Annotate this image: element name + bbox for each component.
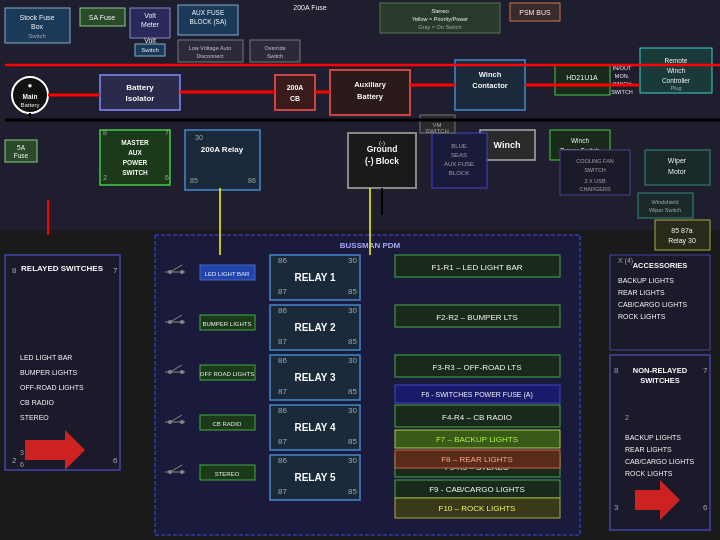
- svg-text:8: 8: [614, 366, 619, 375]
- svg-point-218: [168, 320, 172, 324]
- svg-text:Winch: Winch: [667, 67, 685, 74]
- svg-text:Controller: Controller: [662, 77, 691, 84]
- svg-text:86: 86: [278, 456, 287, 465]
- svg-text:8: 8: [103, 129, 107, 136]
- svg-text:POWER: POWER: [123, 159, 148, 166]
- svg-text:86: 86: [278, 256, 287, 265]
- svg-text:F7 – BACKUP LIGHTS: F7 – BACKUP LIGHTS: [436, 435, 518, 444]
- svg-text:AUX FUSE: AUX FUSE: [192, 9, 225, 16]
- svg-text:2: 2: [625, 414, 629, 421]
- svg-text:NON-RELAYED: NON-RELAYED: [633, 366, 688, 375]
- svg-text:BLOCK (SA): BLOCK (SA): [190, 18, 227, 26]
- svg-point-215: [180, 270, 184, 274]
- svg-text:RELAY 4: RELAY 4: [294, 422, 336, 433]
- svg-text:RELAY 2: RELAY 2: [294, 322, 336, 333]
- svg-point-227: [180, 420, 184, 424]
- svg-text:86: 86: [278, 406, 287, 415]
- svg-text:STEREO: STEREO: [215, 471, 240, 477]
- svg-rect-100: [655, 220, 710, 250]
- svg-text:Stereo: Stereo: [431, 8, 449, 14]
- svg-text:30: 30: [348, 456, 357, 465]
- svg-text:(-) Block: (-) Block: [365, 156, 399, 166]
- svg-text:MON.: MON.: [615, 73, 630, 79]
- svg-text:Remote: Remote: [665, 57, 688, 64]
- svg-text:Auxiliary: Auxiliary: [354, 80, 387, 89]
- svg-text:85: 85: [348, 287, 357, 296]
- svg-text:CHARGERS: CHARGERS: [579, 186, 611, 192]
- svg-text:Winch: Winch: [479, 70, 502, 79]
- svg-point-231: [180, 470, 184, 474]
- svg-rect-167: [5, 255, 120, 470]
- svg-text:85: 85: [348, 487, 357, 496]
- svg-text:Fuse: Fuse: [14, 152, 29, 159]
- svg-text:Relay 30: Relay 30: [668, 237, 696, 245]
- svg-point-223: [180, 370, 184, 374]
- svg-text:30: 30: [348, 306, 357, 315]
- svg-text:Battery: Battery: [20, 102, 39, 108]
- svg-text:RELAY 3: RELAY 3: [294, 372, 336, 383]
- svg-text:2 X USB: 2 X USB: [584, 178, 605, 184]
- svg-text:COOLING FAN: COOLING FAN: [576, 158, 614, 164]
- svg-text:MASTER: MASTER: [121, 139, 149, 146]
- svg-text:LED LIGHT BAR: LED LIGHT BAR: [205, 271, 251, 277]
- svg-text:86: 86: [248, 177, 256, 184]
- svg-text:30: 30: [348, 406, 357, 415]
- svg-text:F4-R4 – CB RADIO: F4-R4 – CB RADIO: [442, 413, 512, 422]
- svg-text:BLOCK: BLOCK: [449, 170, 469, 176]
- svg-rect-97: [638, 193, 693, 218]
- svg-text:F1-R1 – LED LIGHT BAR: F1-R1 – LED LIGHT BAR: [432, 263, 523, 272]
- svg-text:Battery: Battery: [357, 92, 384, 101]
- svg-text:86: 86: [278, 356, 287, 365]
- svg-text:Motor: Motor: [668, 168, 687, 175]
- svg-point-214: [168, 270, 172, 274]
- svg-text:6: 6: [20, 461, 24, 468]
- svg-text:BACKUP LIGHTS: BACKUP LIGHTS: [625, 434, 681, 441]
- svg-text:85: 85: [348, 437, 357, 446]
- svg-text:F3-R3 – OFF-ROAD LTS: F3-R3 – OFF-ROAD LTS: [432, 363, 521, 372]
- svg-text:Isolator: Isolator: [126, 94, 155, 103]
- svg-text:CB RADIO: CB RADIO: [212, 421, 241, 427]
- svg-text:CB RADIO: CB RADIO: [20, 399, 54, 406]
- svg-text:6: 6: [113, 456, 118, 465]
- svg-point-219: [180, 320, 184, 324]
- svg-text:30: 30: [195, 134, 203, 141]
- svg-text:REAR LIGHTS: REAR LIGHTS: [625, 446, 672, 453]
- svg-text:85: 85: [190, 177, 198, 184]
- svg-text:BUMPER LIGHTS: BUMPER LIGHTS: [20, 369, 78, 376]
- svg-text:ACCESSORIES: ACCESSORIES: [633, 261, 688, 270]
- svg-text:●: ●: [28, 81, 33, 90]
- svg-text:Box: Box: [31, 23, 44, 30]
- svg-text:85: 85: [348, 337, 357, 346]
- svg-text:Contactor: Contactor: [472, 81, 507, 90]
- svg-text:RELAY 5: RELAY 5: [294, 472, 336, 483]
- svg-text:87: 87: [278, 437, 287, 446]
- svg-text:OFF ROAD LIGHTS: OFF ROAD LIGHTS: [200, 371, 254, 377]
- svg-text:Disconnect: Disconnect: [196, 53, 224, 59]
- svg-text:SWITCH: SWITCH: [425, 128, 449, 134]
- svg-text:200A Relay: 200A Relay: [201, 145, 244, 154]
- svg-text:30: 30: [348, 256, 357, 265]
- svg-text:Winch: Winch: [571, 137, 589, 144]
- svg-text:6: 6: [703, 503, 708, 512]
- svg-text:6: 6: [165, 174, 169, 181]
- svg-text:86: 86: [278, 306, 287, 315]
- svg-text:ROCK LIGHTS: ROCK LIGHTS: [618, 313, 666, 320]
- svg-text:Override: Override: [264, 45, 285, 51]
- svg-rect-35: [100, 75, 180, 110]
- svg-text:87: 87: [278, 337, 287, 346]
- svg-text:Wiper Switch: Wiper Switch: [649, 207, 681, 213]
- svg-text:SWITCH: SWITCH: [611, 89, 633, 95]
- svg-text:Meter: Meter: [141, 21, 160, 28]
- svg-text:F10 – ROCK LIGHTS: F10 – ROCK LIGHTS: [439, 504, 516, 513]
- svg-text:HD21U1A: HD21U1A: [566, 74, 598, 81]
- svg-text:8: 8: [12, 266, 17, 275]
- svg-text:RELAY 1: RELAY 1: [294, 272, 336, 283]
- svg-text:AUX: AUX: [128, 149, 142, 156]
- svg-text:Volt: Volt: [144, 37, 156, 44]
- svg-text:Low Voltage Auto: Low Voltage Auto: [189, 45, 232, 51]
- svg-text:Yellow = Priority/Power: Yellow = Priority/Power: [412, 16, 468, 22]
- svg-text:Volt: Volt: [144, 12, 156, 19]
- svg-point-230: [168, 470, 172, 474]
- svg-text:Battery: Battery: [126, 83, 154, 92]
- svg-text:SA Fuse: SA Fuse: [89, 14, 116, 21]
